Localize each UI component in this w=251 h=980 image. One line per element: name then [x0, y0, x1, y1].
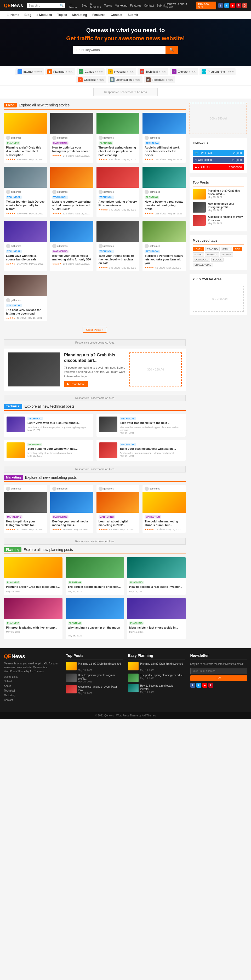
footer-post-item[interactable]: Planning a trip? Grab this discounted ..… — [66, 662, 123, 671]
header-search-box[interactable]: 🔍 — [27, 3, 65, 8]
footer-planning-item[interactable]: Planning a trip? Grab this discounted ..… — [128, 662, 185, 671]
tag-finance[interactable]: FINANCE — [205, 252, 219, 256]
category-investing[interactable]: 💰 Investing6 more — [106, 68, 136, 75]
planning-card[interactable]: Planning Pinterest is playing with live,… — [4, 598, 62, 639]
facebook-follow-btn[interactable]: f FACEBOOK 115,000 — [193, 157, 244, 163]
article-card[interactable]: gdfhomes Technical Twitter founder Jack … — [4, 167, 47, 217]
topnav-submit[interactable]: Submit — [125, 11, 141, 19]
tag-learn[interactable]: LEARN — [193, 247, 204, 251]
featured-article[interactable]: Planning a trip? Grab this discounted ai… — [4, 348, 186, 391]
top-post-item[interactable]: Planning a trip? Grab this discounted ..… — [193, 189, 244, 199]
article-card[interactable]: gdfhomes Marketing Beef up your social m… — [50, 221, 93, 271]
tag-challenging[interactable]: CHALLENGING — [193, 263, 213, 267]
newsletter-submit-button[interactable]: Go! — [190, 675, 247, 681]
topnav-marketing[interactable]: Marketing — [70, 11, 90, 19]
footer-link-technical[interactable]: Technical — [4, 689, 15, 692]
nav-contact[interactable]: Contact — [144, 4, 154, 7]
article-card[interactable]: gdfhomes Marketing Learn all about digit… — [97, 485, 140, 533]
footer-planning-item[interactable]: How to become a real estate investor... … — [128, 684, 185, 694]
older-posts-link[interactable]: Older Posts » — [4, 325, 186, 334]
category-technical[interactable]: ⚙️ Technical5 more — [138, 68, 168, 75]
planning-card[interactable]: Planning The perfect spring cleaning che… — [66, 557, 124, 595]
newsletter-email-input[interactable] — [190, 668, 247, 674]
youtube-follow-btn[interactable]: ▶ YOUTUBE 25000000 — [193, 164, 244, 170]
twitter-follow-btn[interactable]: 🐦 TWITTER 25,000 — [193, 150, 244, 156]
article-card[interactable]: gdfhomes Marketing How to optimize your … — [4, 485, 47, 533]
category-programming[interactable]: </> Programming7 more — [200, 68, 235, 75]
category-internet[interactable]: 🌐 Internet5 more — [16, 68, 44, 75]
tag-download[interactable]: DOWNLOAD — [193, 258, 210, 262]
nav-modules[interactable]: a Modules — [90, 2, 102, 9]
planning-card[interactable]: Planning How to become a real estate inv… — [127, 557, 186, 595]
article-card[interactable]: gdfhomes Technical The best GPS devices … — [4, 275, 47, 321]
nav-blog[interactable]: Blog — [82, 4, 87, 7]
pinterest-icon[interactable]: P — [237, 3, 241, 8]
tech-card[interactable]: Technical Take your trading skills to th… — [97, 414, 186, 436]
article-card[interactable]: gdfhomes Planning How to become a real e… — [143, 167, 186, 217]
category-games[interactable]: 🎮 Games5 more — [76, 68, 105, 75]
article-card[interactable]: gdfhomes Marketing The gold tube marketi… — [143, 485, 186, 533]
article-card[interactable]: gdfhomes Marketing How to optimize your … — [50, 113, 93, 163]
tech-card[interactable]: Planning Start building your wealth with… — [4, 440, 93, 461]
article-card[interactable]: gdfhomes Technical A complete ranking of… — [97, 167, 140, 217]
footer-youtube-icon[interactable]: ▶ — [202, 683, 207, 688]
nav-topics[interactable]: Topics — [104, 4, 112, 7]
footer-post-item[interactable]: How to optimize your Instagram profile..… — [66, 673, 123, 683]
twitter-icon[interactable]: t — [224, 3, 229, 8]
nav-submit[interactable]: Submit — [157, 4, 165, 7]
topnav-modules[interactable]: a Modules — [34, 11, 55, 19]
topnav-contact[interactable]: Contact — [108, 11, 125, 19]
facebook-icon[interactable]: f — [218, 3, 223, 8]
category-explore[interactable]: 🔭 Explore5 more — [170, 68, 198, 75]
category-checklist[interactable]: ✓ Checklist4 more — [76, 76, 106, 83]
footer-twitter-icon[interactable]: t — [196, 683, 201, 688]
footer-link-submit[interactable]: Submit — [4, 680, 12, 683]
footer-pinterest-icon[interactable]: P — [208, 683, 213, 688]
article-card[interactable]: gdfhomes Marketing Beef up your social m… — [50, 485, 93, 533]
footer-facebook-icon[interactable]: f — [190, 683, 195, 688]
footer-link-about[interactable]: About — [4, 684, 11, 687]
footer-link-marketing[interactable]: Marketing — [4, 694, 16, 697]
article-card[interactable]: gdfhomes Technical Learn Java with this … — [4, 221, 47, 271]
topnav-blog[interactable]: Blog — [22, 11, 34, 19]
category-planning[interactable]: 📋 Planning5 more — [45, 68, 75, 75]
hero-search-input[interactable] — [73, 46, 165, 54]
tag-small[interactable]: SMALL — [221, 247, 232, 251]
hero-search-form[interactable]: 🔍 — [73, 46, 178, 54]
nav-marketing[interactable]: Marketing — [115, 4, 127, 7]
read-more-button[interactable]: ▶ Read More — [64, 381, 88, 387]
category-feedback[interactable]: 💬 Feedback1 more — [144, 76, 175, 83]
tech-card[interactable]: Technical Build your own mechanical wris… — [97, 440, 186, 461]
article-card[interactable]: gdfhomes Planning Planning a trip? Grab … — [4, 113, 47, 163]
tag-linking[interactable]: LINKING — [220, 252, 233, 256]
header-search-input[interactable] — [29, 4, 60, 7]
footer-link-contact[interactable]: Contact — [4, 698, 13, 702]
article-card[interactable]: gdfhomes Planning The perfect spring cle… — [97, 113, 140, 163]
planning-card[interactable]: Planning Meta insists it just chose a si… — [127, 598, 186, 639]
hero-search-button[interactable]: 🔍 — [165, 46, 178, 54]
tag-trading[interactable]: TRADING — [205, 247, 220, 251]
tag-java[interactable]: JAVA — [233, 247, 242, 251]
topnav-home[interactable]: ⊞ Home — [4, 11, 22, 19]
tag-metal[interactable]: METAL — [193, 252, 204, 256]
site-logo[interactable]: QENews — [4, 3, 23, 8]
footer-post-item[interactable]: A complete ranking of every Pixar mov...… — [66, 685, 123, 694]
article-card[interactable]: gdfhomes Technical Stardew's Portability… — [143, 221, 186, 271]
article-card[interactable]: gdfhomes Technical Apple is still hard a… — [143, 113, 186, 163]
google-icon[interactable]: G — [242, 3, 247, 8]
tag-boook[interactable]: BOOOK — [211, 258, 224, 262]
category-optimization[interactable]: 📊 Optimization5 more — [108, 76, 143, 83]
top-post-item[interactable]: A complete ranking of every Pixar mov...… — [193, 215, 244, 226]
topnav-features[interactable]: Features — [90, 11, 108, 19]
topnav-topics[interactable]: Topics — [55, 11, 70, 19]
top-post-item[interactable]: How to optimize your Instagram profil...… — [193, 202, 244, 213]
planning-card[interactable]: Planning Planning a trip? Grab this disc… — [4, 557, 62, 595]
youtube-icon[interactable]: ▶ — [230, 3, 235, 8]
tech-card[interactable]: Technical Learn Java with this 8-course … — [4, 414, 93, 436]
article-card[interactable]: gdfhomes Technical Meta is reportedly ex… — [50, 167, 93, 217]
article-card[interactable]: gdfhomes Technical Take your trading ski… — [97, 221, 140, 271]
footer-planning-item[interactable]: The perfect spring cleaning checklist...… — [128, 673, 185, 682]
nav-features[interactable]: Features — [130, 4, 141, 7]
nav-home[interactable]: ☰Home — [69, 2, 79, 9]
planning-card[interactable]: Planning Why landing a spaceship on the … — [66, 598, 124, 639]
